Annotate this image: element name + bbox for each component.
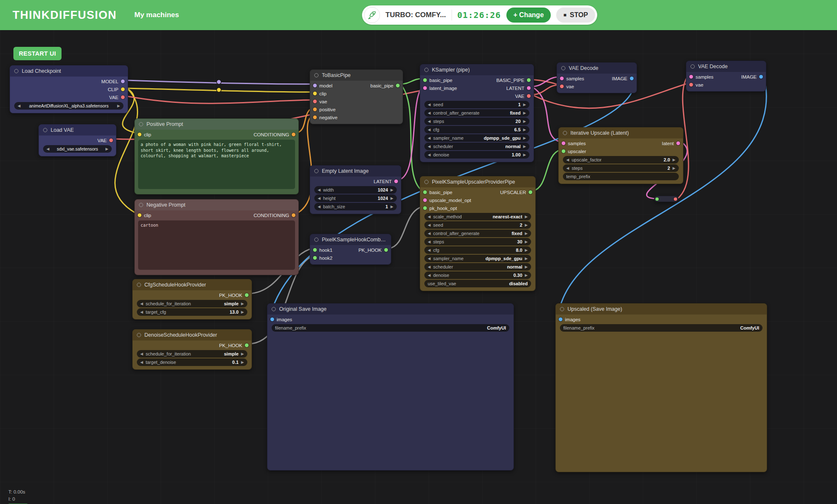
widget-load-vae[interactable]: ◀sdxl_vae.safetensors▶	[43, 145, 112, 153]
node-pixel-ksample-upscaler-provider-pipe[interactable]: PixelKSampleUpscalerProviderPipebasic_pi…	[420, 176, 536, 291]
widget-steps[interactable]: ◀steps2▶	[563, 164, 679, 172]
input-slot-vae[interactable]	[313, 100, 317, 103]
node-load-checkpoint[interactable]: Load CheckpointMODELCLIPVAE◀animeArtDiff…	[10, 65, 128, 113]
arrow-right-icon[interactable]: ▶	[390, 196, 393, 200]
node-empty-latent-image[interactable]: Empty Latent ImageLATENT◀width1024▶◀heig…	[310, 165, 401, 214]
node-title-bar[interactable]: Load VAE	[39, 125, 116, 136]
collapse-icon[interactable]	[137, 283, 141, 287]
output-slot-MODEL[interactable]	[121, 79, 125, 83]
node-title-bar[interactable]: PixelKSampleUpscalerProviderPipe	[420, 177, 535, 187]
collapse-icon[interactable]	[691, 64, 695, 69]
widget-filename_prefix[interactable]: filename_prefixComfyUI	[272, 324, 509, 332]
arrow-right-icon[interactable]: ▶	[525, 265, 528, 269]
output-slot-LATENT[interactable]	[394, 179, 398, 183]
arrow-right-icon[interactable]: ▶	[523, 128, 526, 132]
arrow-right-icon[interactable]: ▶	[525, 223, 528, 227]
arrow-right-icon[interactable]: ▶	[673, 158, 675, 162]
collapse-icon[interactable]	[424, 68, 429, 72]
output-slot-VAE[interactable]	[121, 95, 125, 99]
widget-scheduler[interactable]: ◀schedulernormal▶	[424, 263, 531, 271]
output-slot-CONDITIONING[interactable]	[292, 213, 295, 217]
collapse-icon[interactable]	[137, 333, 141, 337]
arrow-right-icon[interactable]: ▶	[523, 153, 526, 157]
node-title-bar[interactable]: CfgScheduleHookProvider	[133, 279, 252, 290]
arrow-left-icon[interactable]: ◀	[428, 248, 431, 252]
widget-load-checkpoint[interactable]: ◀animeArtDiffusionXL_alpha3.safetensors▶	[14, 102, 123, 110]
arrow-right-icon[interactable]: ▶	[241, 360, 244, 364]
arrow-right-icon[interactable]: ▶	[105, 147, 108, 151]
arrow-right-icon[interactable]: ▶	[523, 144, 526, 148]
output-slot-UPSCALER[interactable]	[529, 190, 532, 194]
input-slot-clip[interactable]	[313, 92, 317, 95]
input-slot-basic_pipe[interactable]	[423, 78, 427, 82]
arrow-left-icon[interactable]: ◀	[566, 166, 569, 170]
node-title-bar[interactable]: Positive Prompt	[135, 119, 298, 130]
widget-scale_method[interactable]: ◀scale_methodnearest-exact▶	[424, 213, 531, 220]
collapse-icon[interactable]	[560, 307, 564, 311]
widget-seed[interactable]: ◀seed1▶	[424, 101, 529, 108]
arrow-right-icon[interactable]: ▶	[525, 240, 528, 244]
widget-scheduler[interactable]: ◀schedulernormal▶	[424, 143, 529, 150]
arrow-left-icon[interactable]: ◀	[428, 136, 431, 140]
input-slot-vae[interactable]	[689, 83, 693, 87]
widget-width[interactable]: ◀width1024▶	[314, 186, 397, 194]
widget-schedule_for_iteration[interactable]: ◀schedule_for_iterationsimple▶	[137, 300, 247, 307]
widget-use_tiled_vae[interactable]: use_tiled_vaedisabled	[424, 280, 531, 287]
node-to-basic-pipe[interactable]: ToBasicPipemodelbasic_pipeclipvaepositiv…	[310, 69, 403, 124]
input-slot-basic_pipe[interactable]	[423, 190, 427, 194]
arrow-right-icon[interactable]: ▶	[525, 273, 528, 277]
widget-steps[interactable]: ◀steps30▶	[424, 238, 531, 246]
widget-cfg[interactable]: ◀cfg8.0▶	[424, 246, 531, 254]
arrow-left-icon[interactable]: ◀	[428, 153, 431, 157]
output-slot-IMAGE[interactable]	[630, 77, 634, 80]
arrow-left-icon[interactable]: ◀	[18, 104, 21, 108]
node-title-bar[interactable]: DenoiseScheduleHookProvider	[133, 330, 252, 340]
widget-height[interactable]: ◀height1024▶	[314, 194, 397, 202]
input-slot-upscaler[interactable]	[562, 149, 565, 153]
node-negative-prompt[interactable]: Negative PromptclipCONDITIONINGcartoon	[134, 199, 299, 275]
node-title-bar[interactable]: KSampler (pipe)	[420, 64, 534, 75]
input-slot-images[interactable]	[559, 317, 562, 321]
arrow-right-icon[interactable]: ▶	[523, 136, 526, 140]
arrow-right-icon[interactable]: ▶	[117, 104, 120, 108]
output-slot-VAE[interactable]	[527, 94, 531, 98]
arrow-right-icon[interactable]: ▶	[525, 231, 528, 235]
output-slot-LATENT[interactable]	[527, 86, 531, 90]
node-positive-prompt[interactable]: Positive PromptclipCONDITIONINGa photo o…	[134, 118, 299, 194]
widget-temp_prefix[interactable]: temp_prefix	[563, 173, 679, 180]
widget-seed[interactable]: ◀seed2▶	[424, 221, 531, 229]
arrow-right-icon[interactable]: ▶	[673, 166, 675, 170]
arrow-left-icon[interactable]: ◀	[428, 119, 431, 123]
output-slot-CLIP[interactable]	[121, 87, 125, 91]
input-slot-clip[interactable]	[138, 213, 141, 217]
collapsed-input-dot[interactable]	[655, 197, 659, 201]
node-pixel-ksample-hook-combine[interactable]: PixelKSampleHookCombinehook1PK_HOOKhook2	[310, 234, 391, 265]
input-slot-samples[interactable]	[560, 77, 564, 80]
widget-denoise[interactable]: ◀denoise1.00▶	[424, 151, 529, 159]
output-slot-latent[interactable]	[676, 141, 680, 145]
node-upscaled-save-image[interactable]: Upscaled (Save Image)imagesfilename_pref…	[555, 303, 767, 472]
output-slot-IMAGE[interactable]	[759, 75, 763, 79]
arrow-right-icon[interactable]: ▶	[523, 111, 526, 115]
collapse-icon[interactable]	[314, 73, 318, 77]
input-slot-pk_hook_opt[interactable]	[423, 206, 427, 210]
arrow-left-icon[interactable]: ◀	[140, 352, 143, 356]
input-slot-samples[interactable]	[689, 75, 693, 79]
node-title-bar[interactable]: Negative Prompt	[135, 200, 298, 210]
prompt-textarea[interactable]: cartoon	[138, 220, 295, 270]
arrow-right-icon[interactable]: ▶	[241, 302, 244, 306]
node-ksampler-pipe[interactable]: KSampler (pipe)basic_pipeBASIC_PIPElaten…	[420, 64, 534, 162]
widget-schedule_for_iteration[interactable]: ◀schedule_for_iterationsimple▶	[137, 350, 247, 358]
widget-target_cfg[interactable]: ◀target_cfg13.0▶	[137, 308, 247, 316]
collapse-icon[interactable]	[561, 66, 565, 70]
collapse-icon[interactable]	[272, 307, 276, 311]
arrow-left-icon[interactable]: ◀	[318, 196, 321, 200]
arrow-right-icon[interactable]: ▶	[523, 119, 526, 123]
collapse-icon[interactable]	[43, 128, 47, 132]
node-title-bar[interactable]: VAE Decode	[557, 63, 637, 74]
input-slot-model[interactable]	[313, 84, 317, 87]
arrow-left-icon[interactable]: ◀	[428, 240, 431, 244]
node-cfg-schedule-hook-provider[interactable]: CfgScheduleHookProviderPK_HOOK◀schedule_…	[132, 279, 252, 320]
node-title-bar[interactable]: Original Save Image	[267, 304, 513, 315]
widget-filename_prefix[interactable]: filename_prefixComfyUI	[560, 324, 763, 332]
